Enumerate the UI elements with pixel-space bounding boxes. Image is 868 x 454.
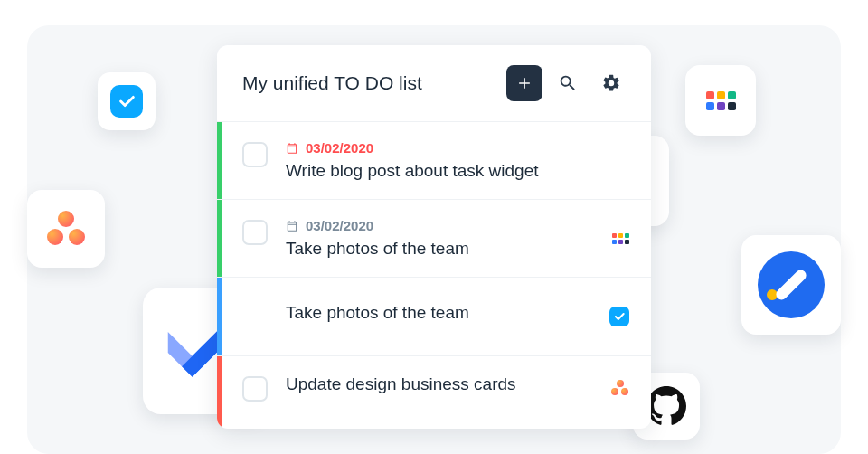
plus-icon [515, 74, 533, 92]
task-content: Update design business cards [286, 374, 611, 394]
asana-icon [611, 380, 629, 396]
task-row[interactable]: 03/02/2020 Write blog post about task wi… [217, 122, 651, 200]
task-checkbox[interactable] [242, 376, 268, 402]
source-badge [609, 307, 629, 326]
github-icon [646, 386, 686, 426]
source-badge [611, 380, 629, 396]
task-row[interactable]: Update design business cards [217, 356, 651, 429]
task-title: Take photos of the team [286, 303, 609, 323]
task-title: Write blog post about task widget [286, 161, 629, 181]
task-date: 03/02/2020 [306, 218, 373, 233]
task-row[interactable]: 03/02/2020 Take photos of the team [217, 200, 651, 278]
tile-ticktick [98, 72, 156, 130]
apps-grid-icon [706, 91, 736, 110]
tile-apps-grid [685, 65, 756, 136]
task-checkbox[interactable] [242, 142, 268, 167]
task-content: 03/02/2020 Write blog post about task wi… [286, 140, 629, 181]
add-task-button[interactable] [506, 65, 542, 101]
ticktick-icon [609, 307, 629, 326]
priority-bar [217, 278, 222, 355]
widget-header: My unified TO DO list [217, 45, 651, 122]
priority-bar [217, 200, 222, 277]
source-badge [612, 233, 629, 244]
task-title: Take photos of the team [286, 239, 612, 259]
calendar-icon [286, 142, 298, 155]
search-icon [558, 73, 578, 93]
ticktick-icon [110, 85, 143, 118]
task-checkbox[interactable] [242, 220, 268, 245]
task-row[interactable]: Take photos of the team [217, 278, 651, 356]
calendar-icon [286, 220, 298, 232]
google-tasks-icon [758, 251, 825, 318]
apps-grid-icon [612, 233, 629, 244]
todo-widget: My unified TO DO list 03/02/2020 Write b… [217, 45, 651, 429]
task-content: Take photos of the team [286, 303, 609, 323]
task-title: Update design business cards [286, 374, 611, 394]
tile-asana [27, 190, 105, 268]
task-list: 03/02/2020 Write blog post about task wi… [217, 122, 651, 429]
task-date: 03/02/2020 [306, 140, 373, 156]
widget-title: My unified TO DO list [242, 72, 499, 94]
priority-bar [217, 122, 222, 199]
task-content: 03/02/2020 Take photos of the team [286, 218, 612, 259]
tile-google-tasks [741, 235, 841, 335]
priority-bar [217, 356, 222, 429]
asana-icon [47, 211, 85, 247]
settings-button[interactable] [593, 65, 629, 101]
gear-icon [601, 73, 621, 93]
search-button[interactable] [550, 65, 586, 101]
